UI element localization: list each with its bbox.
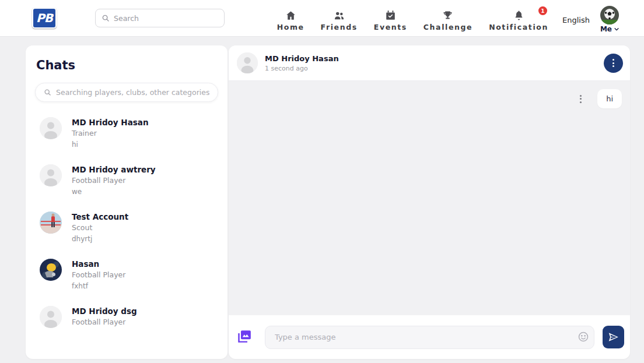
messages-area: hi bbox=[229, 81, 630, 315]
nav-item-notification[interactable]: 1 Notification bbox=[483, 5, 554, 31]
avatar bbox=[40, 164, 62, 186]
search-icon bbox=[102, 14, 110, 22]
message-input-wrap bbox=[265, 326, 594, 349]
friends-icon bbox=[334, 10, 345, 21]
message-options-button[interactable] bbox=[578, 93, 584, 105]
top-navbar: PB Home Friends Events Challenge 1 Notif… bbox=[0, 0, 644, 37]
chat-name: MD Hridoy Hasan bbox=[72, 118, 149, 127]
composer-bar bbox=[229, 315, 630, 359]
search-icon bbox=[44, 89, 51, 96]
avatar bbox=[40, 259, 62, 281]
chat-preview: dhyrtj bbox=[72, 235, 128, 243]
notification-icon bbox=[513, 10, 524, 21]
nav-item-friends[interactable]: Friends bbox=[315, 5, 363, 31]
conversation-name: MD Hridoy Hasan bbox=[265, 54, 339, 63]
avatar bbox=[40, 212, 62, 234]
chat-name: Test Account bbox=[72, 212, 128, 221]
challenge-icon bbox=[442, 10, 453, 21]
photo-library-icon bbox=[237, 329, 253, 344]
nav-label: Home bbox=[277, 23, 304, 31]
chats-title: Chats bbox=[36, 58, 218, 72]
chat-list-item[interactable]: Hasan Football Player fxhtf bbox=[35, 259, 218, 290]
main-nav: Home Friends Events Challenge 1 Notifica… bbox=[271, 5, 554, 31]
conversation-header: MD Hridoy Hasan 1 second ago bbox=[229, 45, 630, 81]
chat-role: Scout bbox=[72, 223, 128, 232]
conversation-avatar bbox=[237, 52, 258, 73]
notification-badge: 1 bbox=[538, 6, 547, 15]
emoji-icon bbox=[578, 331, 589, 343]
chat-name: MD Hridoy dsg bbox=[72, 306, 137, 316]
conversation-last-seen: 1 second ago bbox=[265, 65, 339, 72]
nav-label: Friends bbox=[321, 23, 358, 31]
send-icon bbox=[608, 332, 619, 343]
chats-search-input[interactable] bbox=[56, 88, 209, 97]
chat-name: Hasan bbox=[72, 259, 125, 269]
chat-list-item[interactable]: MD Hridoy dsg Football Player bbox=[35, 306, 218, 337]
nav-label: Notification bbox=[489, 23, 548, 31]
chat-role: Football Player bbox=[72, 270, 125, 279]
global-search bbox=[95, 9, 225, 27]
me-menu[interactable]: Me bbox=[600, 3, 620, 33]
chat-preview bbox=[72, 329, 137, 337]
chat-list-item[interactable]: Test Account Scout dhyrtj bbox=[35, 212, 218, 243]
chats-sidebar: Chats MD Hridoy Hasan Trainer hi MD Hrid… bbox=[26, 45, 228, 359]
message-input[interactable] bbox=[265, 333, 594, 341]
kebab-icon bbox=[580, 95, 582, 103]
message-row: hi bbox=[237, 89, 622, 108]
chats-search bbox=[35, 83, 218, 102]
send-button[interactable] bbox=[603, 326, 624, 348]
conversation-panel: MD Hridoy Hasan 1 second ago hi bbox=[229, 45, 630, 359]
chat-preview: we bbox=[72, 188, 156, 196]
chat-role: Football Player bbox=[72, 318, 137, 326]
chat-list: MD Hridoy Hasan Trainer hi MD Hridoy awt… bbox=[35, 117, 218, 337]
events-icon bbox=[385, 10, 396, 21]
chat-role: Football Player bbox=[72, 176, 156, 185]
nav-item-challenge[interactable]: Challenge bbox=[418, 5, 478, 31]
language-selector[interactable]: English bbox=[562, 12, 590, 24]
nav-item-events[interactable]: Events bbox=[368, 5, 413, 31]
chat-preview: fxhtf bbox=[72, 282, 125, 290]
conversation-menu-button[interactable] bbox=[604, 54, 623, 73]
chat-list-item[interactable]: MD Hridoy awtrery Football Player we bbox=[35, 164, 218, 196]
me-label: Me bbox=[600, 25, 612, 33]
avatar bbox=[40, 117, 62, 139]
nav-item-home[interactable]: Home bbox=[271, 5, 310, 31]
attach-image-button[interactable] bbox=[235, 326, 255, 348]
chat-list-item[interactable]: MD Hridoy Hasan Trainer hi bbox=[35, 117, 218, 149]
home-icon bbox=[285, 10, 296, 21]
chat-preview: hi bbox=[72, 140, 149, 149]
chat-role: Trainer bbox=[72, 129, 149, 138]
nav-label: Events bbox=[374, 23, 407, 31]
chevron-down-icon bbox=[614, 26, 620, 32]
app-logo[interactable]: PB bbox=[32, 8, 57, 29]
message-bubble: hi bbox=[597, 89, 622, 108]
avatar bbox=[40, 306, 62, 328]
me-avatar bbox=[600, 6, 619, 24]
nav-label: Challenge bbox=[424, 23, 473, 31]
kebab-icon bbox=[612, 59, 614, 67]
emoji-button[interactable] bbox=[578, 331, 589, 343]
global-search-input[interactable] bbox=[114, 14, 218, 23]
chat-name: MD Hridoy awtrery bbox=[72, 165, 156, 174]
